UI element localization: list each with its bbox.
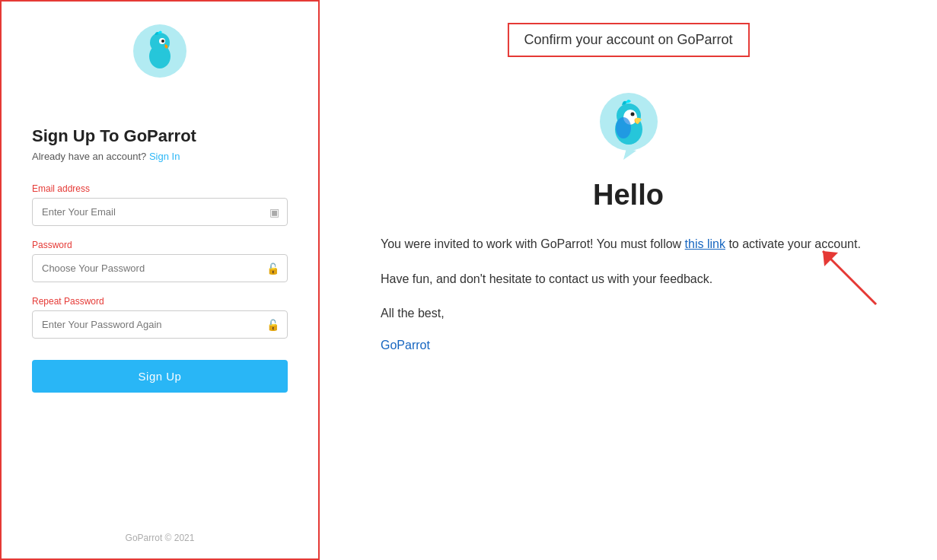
password-field-group: Password 🔓 bbox=[32, 240, 288, 282]
right-parrot-logo bbox=[594, 91, 663, 160]
svg-point-10 bbox=[630, 113, 634, 116]
hello-heading: Hello bbox=[593, 179, 664, 212]
email-icon: ▣ bbox=[269, 206, 279, 218]
repeat-label: Repeat Password bbox=[32, 296, 288, 307]
password-input[interactable] bbox=[33, 255, 287, 282]
email-field-group: Email address ▣ bbox=[32, 183, 288, 226]
password-icon: 🔓 bbox=[266, 262, 279, 275]
left-parrot-logo bbox=[133, 24, 186, 78]
form-title: Sign Up To GoParrot bbox=[32, 126, 288, 146]
email-label: Email address bbox=[32, 183, 288, 194]
right-panel: Confirm your account on GoParrot bbox=[320, 0, 937, 560]
this-link[interactable]: this link bbox=[685, 237, 725, 250]
left-panel: Sign Up To GoParrot Already have an acco… bbox=[0, 0, 320, 560]
email-input[interactable] bbox=[33, 199, 287, 225]
confirm-header: Confirm your account on GoParrot bbox=[507, 23, 749, 57]
password-input-wrapper: 🔓 bbox=[32, 254, 288, 282]
repeat-input[interactable] bbox=[33, 311, 287, 338]
email-input-wrapper: ▣ bbox=[32, 198, 288, 226]
svg-point-4 bbox=[161, 40, 164, 43]
arrow-container bbox=[800, 228, 891, 323]
sign-in-link[interactable]: Sign In bbox=[149, 151, 180, 162]
password-label: Password bbox=[32, 240, 288, 250]
red-arrow bbox=[800, 228, 891, 320]
form-section: Sign Up To GoParrot Already have an acco… bbox=[32, 126, 288, 393]
fun-paragraph: Have fun, and don't hesitate to contact … bbox=[381, 269, 861, 289]
repeat-password-field-group: Repeat Password 🔓 bbox=[32, 296, 288, 339]
already-text: Already have an account? Sign In bbox=[32, 151, 288, 162]
left-logo-container bbox=[133, 24, 186, 81]
invite-paragraph: You were invited to work with GoParrot! … bbox=[381, 234, 861, 254]
footer-text: GoParrot © 2021 bbox=[126, 533, 195, 543]
email-body: You were invited to work with GoParrot! … bbox=[381, 234, 861, 352]
signup-button[interactable]: Sign Up bbox=[32, 360, 288, 393]
best-paragraph: All the best, bbox=[381, 304, 861, 323]
repeat-input-wrapper: 🔓 bbox=[32, 310, 288, 339]
repeat-icon: 🔓 bbox=[266, 319, 279, 331]
goparrot-link[interactable]: GoParrot bbox=[381, 339, 430, 352]
svg-point-11 bbox=[616, 117, 631, 138]
